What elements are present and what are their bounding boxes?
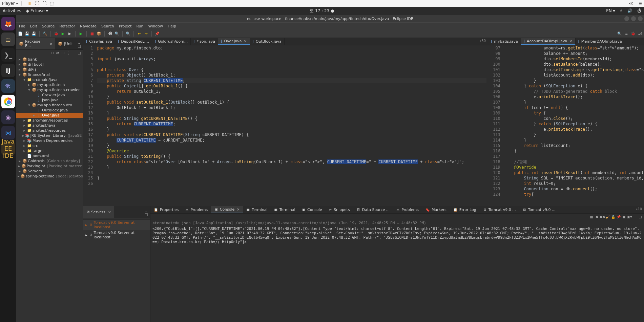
close-icon[interactable]: × xyxy=(236,207,240,212)
menu-icon[interactable]: ≡ xyxy=(639,1,642,6)
code-editor-over[interactable]: 1234567891011121314151617181920212223242… xyxy=(83,45,488,206)
overflow-icon[interactable]: ≪ xyxy=(629,1,633,6)
tree-item-my-app-fintech[interactable]: ▸📦my.app.fintech xyxy=(16,82,83,87)
pin-console-icon[interactable]: 📌 xyxy=(616,214,621,219)
bottom-tab-console[interactable]: ▣Console× xyxy=(211,206,243,213)
bottom-tab-error-log[interactable]: 📋Error Log xyxy=(450,206,480,213)
display-console-icon[interactable]: ▣ xyxy=(622,214,626,219)
perspective-git-icon[interactable]: ⎇ xyxy=(637,31,643,37)
dock-eclipse[interactable]: ◉ xyxy=(1,110,15,124)
maximize-view-icon[interactable]: □ xyxy=(77,44,82,48)
perspective-debug-icon[interactable]: 🐞 xyxy=(630,31,636,37)
menu-file[interactable]: File xyxy=(19,24,25,28)
open-console-icon[interactable]: ▣▾ xyxy=(627,214,632,219)
tree-item-jre-system-library[interactable]: ▸📚JRE System Library[JavaSE-1 xyxy=(16,133,83,138)
pin-icon[interactable]: 📌 xyxy=(154,31,160,37)
terminate-icon[interactable]: ■ xyxy=(589,214,594,219)
menu-run[interactable]: Run xyxy=(136,24,143,28)
run-icon[interactable]: ▶ xyxy=(60,31,66,37)
close-icon[interactable]: × xyxy=(108,210,111,214)
network-icon[interactable]: ⚡ xyxy=(620,8,623,13)
maximize-button[interactable] xyxy=(631,16,636,21)
focus-icon[interactable]: ⊡ xyxy=(61,50,65,55)
dock-tool[interactable]: 🛠 xyxy=(1,79,15,93)
menu-refactor[interactable]: Refactor xyxy=(60,24,75,28)
dock-javaee[interactable]: Java EEIDE xyxy=(1,142,15,155)
bottom-tab-terminal[interactable]: ▣Terminal xyxy=(243,206,271,213)
minimize-view-icon[interactable]: _ xyxy=(71,50,76,55)
view-menu-icon[interactable]: ⋮ xyxy=(66,50,71,55)
close-icon[interactable]: × xyxy=(244,39,247,43)
save-icon[interactable]: 💾 xyxy=(24,31,30,37)
new-package-icon[interactable]: 📦 xyxy=(96,31,102,37)
tree-item-servers[interactable]: ▸📦Servers xyxy=(16,169,83,174)
tree-item-over-java[interactable]: ▸JOver.java xyxy=(16,113,83,118)
tree-item-my-app-fintech-dto[interactable]: ▾📦my.app.fintech.dto xyxy=(16,103,83,108)
bottom-tab-snippets[interactable]: ✂Snippets xyxy=(326,206,353,213)
editor-tab-outblock-java[interactable]: JOutBlock.java xyxy=(250,38,285,45)
new-icon[interactable]: 📄 xyxy=(18,31,23,37)
tab-overflow[interactable]: »10 xyxy=(633,206,644,213)
collapse-all-icon[interactable]: ⊟ xyxy=(50,50,55,55)
editor-tab-goldrush-pom-[interactable]: JGoldrush/pom... xyxy=(152,38,191,45)
code-editor-accountdao[interactable]: 9798991001011021031041051061071081091101… xyxy=(488,45,644,206)
tree-item-outblock-java[interactable]: JOutBlock.java xyxy=(16,108,83,113)
menu-navigate[interactable]: Navigate xyxy=(80,24,97,28)
open-type-icon[interactable]: 🔍 xyxy=(114,31,120,37)
view-tab-package-e-[interactable]: 📦Package E...× xyxy=(16,38,55,49)
tree-item-parkinglot[interactable]: ▸📦Parkinglot[Parkinglot master xyxy=(16,164,83,169)
run-last-icon[interactable]: ▶ xyxy=(78,31,84,37)
editor-tab-crawler-java[interactable]: JCrawler.java xyxy=(83,38,115,45)
menu-project[interactable]: Project xyxy=(119,24,132,28)
minimize-view-icon[interactable]: _ xyxy=(632,214,637,219)
view-tab-junit[interactable]: 📦JUnit xyxy=(55,38,76,49)
pause-icon[interactable]: ⏸ xyxy=(27,1,32,6)
search-icon[interactable]: 🔍 xyxy=(125,31,131,37)
menu-source[interactable]: Source xyxy=(42,24,55,28)
server-item[interactable]: ▸🖥Tomcat v9.0 Server at localhost xyxy=(83,220,150,230)
close-button[interactable] xyxy=(638,16,643,21)
editor-tab--json-java[interactable]: J*json.java xyxy=(191,38,218,45)
menu-window[interactable]: Window xyxy=(148,24,163,28)
app-menu[interactable]: ◆ Eclipse ▾ xyxy=(26,8,48,13)
editor-tab-memberdaoimpl-java[interactable]: JMemberDAOImpl.java xyxy=(576,38,625,45)
console-output[interactable]: <200,{"OutBlock_1":[],"CURRENT_DATETIME"… xyxy=(150,226,644,322)
maximize-view-icon[interactable]: □ xyxy=(638,214,643,219)
unity-icon[interactable]: ⬚ xyxy=(50,1,54,6)
tree-item-src-test-java[interactable]: ▸📁src/test/java xyxy=(16,123,83,128)
debug-icon[interactable]: 🐞 xyxy=(54,31,59,37)
remove-launch-icon[interactable]: ✖ xyxy=(595,214,599,219)
tree-item-goldrush[interactable]: ▸📦Goldrush[Goldrush deploy] xyxy=(16,158,83,164)
tree-item-my-app-fintech-crawler[interactable]: ▾📦my.app.fintech.crawler xyxy=(16,87,83,92)
tree-item-bank[interactable]: ▸📦bank xyxy=(16,57,83,62)
coverage-icon[interactable]: ▶ xyxy=(67,31,72,37)
tree-item-src[interactable]: ▸📁src xyxy=(16,143,83,148)
bottom-tab-problems[interactable]: ⚠Problems xyxy=(182,206,211,213)
perspective-java-icon[interactable]: ☕ xyxy=(624,31,629,37)
stop-icon[interactable]: ■ xyxy=(89,31,95,37)
volume-icon[interactable]: 🔊 xyxy=(627,8,632,13)
dock-files[interactable]: 🗂 xyxy=(1,33,15,46)
tab-overflow[interactable]: »30 xyxy=(477,38,488,45)
fullscreen-icon[interactable]: ⛶ xyxy=(42,1,46,6)
player-menu[interactable]: Player▾ xyxy=(2,1,18,6)
menu-search[interactable]: Search xyxy=(101,24,114,28)
power-icon[interactable]: ⏻ xyxy=(637,8,641,13)
bottom-tab-problems[interactable]: ⚠Problems xyxy=(393,206,422,213)
tree-item-src-main-resources[interactable]: ▸📁src/main/resources xyxy=(16,118,83,123)
server-item[interactable]: ▸🖥Tomcat v9.0 Server at localhost xyxy=(83,230,150,240)
servers-tab[interactable]: 🖥 Servers × xyxy=(83,206,114,218)
menu-edit[interactable]: Edit xyxy=(30,24,37,28)
tree-item-crawler-java[interactable]: JCrawler.java xyxy=(16,92,83,98)
snapshot-icon[interactable]: ⛶ xyxy=(35,1,39,6)
bottom-tab-data-source-[interactable]: 🗄Data Source ... xyxy=(353,206,393,213)
dock-terminal[interactable]: ❯_ xyxy=(1,48,15,62)
maximize-view-icon[interactable]: □ xyxy=(144,212,149,217)
minimize-button[interactable] xyxy=(624,16,629,21)
close-icon[interactable]: × xyxy=(569,39,572,43)
bottom-tab-console[interactable]: ▣Console xyxy=(299,206,326,213)
tree-item-src-test-resources[interactable]: ▸📁src/test/resources xyxy=(16,128,83,133)
tree-item-json-java[interactable]: Jjson.java xyxy=(16,98,83,103)
bottom-tab-tomcat-v9-0-[interactable]: 🖥Tomcat v9.0 ... xyxy=(519,206,559,213)
bottom-tab-tomcat-v9-0-[interactable]: 🖥Tomcat v9.0 ... xyxy=(480,206,519,213)
